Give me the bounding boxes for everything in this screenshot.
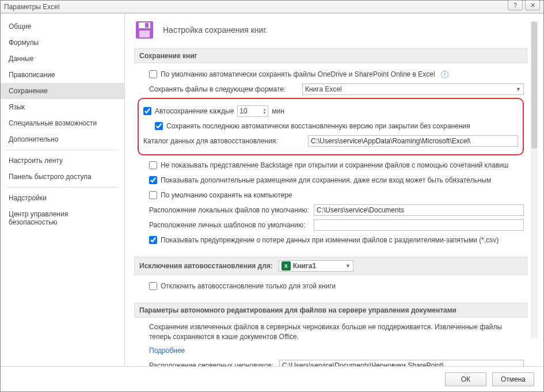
sidebar-item-quick-access[interactable]: Панель быстрого доступа bbox=[1, 169, 124, 185]
row-disable-autorecover: Отключить автовосстановление только для … bbox=[138, 280, 524, 292]
row-local-files: Расположение локальных файлов по умолчан… bbox=[138, 204, 524, 216]
label-local-files: Расположение локальных файлов по умолчан… bbox=[149, 206, 310, 214]
label-autosave-cloud: По умолчанию автоматически сохранять фай… bbox=[161, 70, 435, 78]
dropdown-workbook[interactable]: X Книга1 ▼ bbox=[279, 260, 353, 272]
page-header: Настройка сохранения книг. bbox=[134, 20, 527, 40]
sidebar-item-data[interactable]: Данные bbox=[1, 51, 124, 67]
sidebar-item-proofing[interactable]: Правописание bbox=[1, 67, 124, 83]
section-autorecover-exceptions-body: Отключить автовосстановление только для … bbox=[134, 280, 527, 297]
sidebar: Общие Формулы Данные Правописание Сохран… bbox=[1, 14, 125, 366]
row-drafts-desc: Сохранение извлеченных файлов в серверны… bbox=[138, 322, 524, 342]
excel-options-window: Параметры Excel ? ✕ Общие Формулы Данные… bbox=[0, 0, 544, 392]
dialog-footer: ОК Отмена bbox=[1, 366, 543, 391]
row-templates: Расположение личных шаблонов по умолчани… bbox=[138, 219, 524, 231]
label-keep-last: Сохранять последнюю автоматически восста… bbox=[166, 122, 470, 130]
input-templates[interactable] bbox=[314, 219, 524, 231]
window-title: Параметры Excel bbox=[4, 3, 60, 11]
input-autorecover-dir[interactable]: C:\Users\service\AppData\Roaming\Microso… bbox=[308, 135, 518, 147]
label-server-drafts: Расположение серверных черновиков: bbox=[149, 361, 276, 366]
scrollbar-vertical[interactable] bbox=[531, 21, 538, 338]
titlebar-controls: ? ✕ bbox=[508, 0, 540, 10]
section-autorecover-exceptions-title: Исключения автовосстановления для: bbox=[139, 262, 273, 270]
dropdown-save-format[interactable]: Книга Excel ▼ bbox=[302, 83, 524, 95]
row-autorecover-dir: Каталог данных для автовосстановления: C… bbox=[143, 135, 518, 147]
save-floppy-icon bbox=[134, 20, 155, 40]
sidebar-item-formulas[interactable]: Формулы bbox=[1, 35, 124, 51]
label-save-local: По умолчанию сохранять на компьютере bbox=[161, 191, 292, 199]
sidebar-item-customize-ribbon[interactable]: Настроить ленту bbox=[1, 153, 124, 169]
label-save-format: Сохранять файлы в следующем формате: bbox=[149, 85, 299, 93]
help-button[interactable]: ? bbox=[508, 0, 523, 10]
label-templates: Расположение личных шаблонов по умолчани… bbox=[149, 221, 310, 229]
cancel-button[interactable]: Отмена bbox=[492, 372, 534, 386]
section-offline-editing-body: Сохранение извлеченных файлов в серверны… bbox=[134, 322, 527, 366]
label-autosave-every: Автосохранение каждые bbox=[155, 107, 234, 115]
row-save-local: По умолчанию сохранять на компьютере bbox=[138, 189, 524, 201]
input-server-drafts[interactable]: C:\Users\service\Documents\Черновики Sha… bbox=[279, 360, 524, 366]
ok-button[interactable]: ОК bbox=[445, 372, 486, 386]
spinner-value: 10 bbox=[239, 107, 263, 115]
svg-rect-2 bbox=[145, 23, 149, 28]
checkbox-save-local[interactable] bbox=[149, 191, 157, 199]
content-area: Общие Формулы Данные Правописание Сохран… bbox=[1, 13, 543, 366]
sidebar-item-advanced[interactable]: Дополнительно bbox=[1, 131, 124, 147]
sidebar-item-addins[interactable]: Надстройки bbox=[1, 190, 124, 206]
page-title: Настройка сохранения книг. bbox=[163, 25, 268, 35]
section-save-books-header: Сохранение книг bbox=[134, 48, 527, 63]
row-autosave-cloud: По умолчанию автоматически сохранять фай… bbox=[138, 68, 524, 81]
section-autorecover-exceptions-header: Исключения автовосстановления для: X Кни… bbox=[134, 257, 527, 275]
row-save-format: Сохранять файлы в следующем формате: Кни… bbox=[138, 83, 524, 96]
spinner-arrows-icon[interactable]: ▲▼ bbox=[263, 108, 266, 115]
chevron-down-icon: ▼ bbox=[516, 86, 521, 92]
sidebar-divider bbox=[6, 150, 119, 150]
link-learn-more[interactable]: Подробнее bbox=[149, 347, 185, 355]
checkbox-no-backstage[interactable] bbox=[149, 161, 157, 169]
row-show-additional: Показывать дополнительные размещения для… bbox=[138, 174, 524, 187]
label-disable-autorecover: Отключить автовосстановление только для … bbox=[161, 282, 336, 290]
row-autosave-every: Автосохранение каждые 10 ▲▼ мин bbox=[143, 105, 518, 117]
spinner-autosave-minutes[interactable]: 10 ▲▼ bbox=[237, 105, 268, 117]
input-local-files[interactable]: C:\Users\service\Documents bbox=[314, 204, 524, 216]
section-offline-editing-header: Параметры автономного редактирования для… bbox=[134, 303, 527, 318]
sidebar-item-language[interactable]: Язык bbox=[1, 99, 124, 115]
checkbox-disable-autorecover[interactable] bbox=[149, 282, 157, 290]
main-panel: Настройка сохранения книг. Сохранение кн… bbox=[125, 14, 543, 366]
excel-file-icon: X bbox=[281, 261, 291, 271]
svg-rect-3 bbox=[139, 31, 150, 37]
scrollbar-thumb[interactable] bbox=[531, 22, 537, 149]
label-minutes-unit: мин bbox=[272, 107, 284, 115]
titlebar: Параметры Excel ? ✕ bbox=[1, 1, 543, 13]
label-csv-warning: Показывать предупреждение о потере данны… bbox=[161, 236, 499, 244]
row-keep-last: Сохранять последнюю автоматически восста… bbox=[143, 120, 518, 132]
info-icon[interactable]: i bbox=[441, 71, 448, 78]
label-show-additional: Показывать дополнительные размещения для… bbox=[161, 176, 491, 184]
dropdown-workbook-value: Книга1 bbox=[293, 262, 316, 270]
row-no-backstage: Не показывать представление Backstage пр… bbox=[138, 159, 524, 172]
section-save-books-body: По умолчанию автоматически сохранять фай… bbox=[134, 68, 527, 251]
row-server-drafts: Расположение серверных черновиков: C:\Us… bbox=[138, 359, 524, 366]
dropdown-save-format-value: Книга Excel bbox=[305, 85, 342, 93]
checkbox-show-additional[interactable] bbox=[149, 176, 157, 184]
checkbox-keep-last[interactable] bbox=[155, 122, 163, 130]
sidebar-item-general[interactable]: Общие bbox=[1, 18, 124, 35]
row-csv-warning: Показывать предупреждение о потере данны… bbox=[138, 234, 524, 246]
sidebar-divider-2 bbox=[6, 187, 119, 188]
sidebar-item-trust-center[interactable]: Центр управления безопасностью bbox=[1, 206, 124, 230]
chevron-down-icon: ▼ bbox=[345, 263, 351, 269]
label-autorecover-dir: Каталог данных для автовосстановления: bbox=[143, 137, 305, 145]
row-learn-more: Подробнее bbox=[138, 344, 524, 357]
sidebar-item-accessibility[interactable]: Специальные возможности bbox=[1, 115, 124, 131]
checkbox-autosave-every[interactable] bbox=[143, 107, 151, 115]
close-button[interactable]: ✕ bbox=[525, 0, 540, 10]
sidebar-item-save[interactable]: Сохранение bbox=[1, 83, 124, 99]
label-no-backstage: Не показывать представление Backstage пр… bbox=[161, 161, 508, 169]
checkbox-autosave-cloud[interactable] bbox=[149, 70, 157, 78]
highlight-autorecover-box: Автосохранение каждые 10 ▲▼ мин Сохранят… bbox=[138, 98, 524, 155]
label-drafts-desc: Сохранение извлеченных файлов в серверны… bbox=[149, 322, 518, 342]
checkbox-csv-warning[interactable] bbox=[149, 236, 157, 244]
